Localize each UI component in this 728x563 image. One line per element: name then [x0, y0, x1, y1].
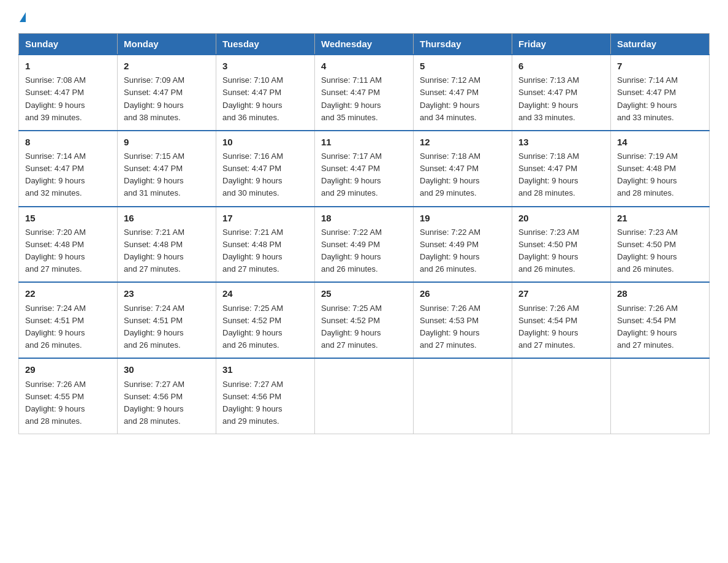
- day-daylight: Daylight: 9 hours: [518, 252, 578, 261]
- day-sunset: Sunset: 4:48 PM: [124, 240, 183, 249]
- day-sunset: Sunset: 4:47 PM: [420, 88, 479, 97]
- day-number: 31: [222, 362, 308, 377]
- day-sunrise: Sunrise: 7:10 AM: [222, 75, 283, 85]
- day-sunset: Sunset: 4:47 PM: [124, 164, 183, 173]
- day-number: 7: [617, 59, 703, 73]
- day-sunrise: Sunrise: 7:26 AM: [518, 304, 579, 313]
- day-number: 19: [420, 211, 506, 225]
- day-number: 29: [25, 362, 111, 377]
- day-daylight-minutes: and 29 minutes.: [420, 188, 477, 197]
- day-daylight: Daylight: 9 hours: [420, 328, 480, 337]
- day-sunrise: Sunrise: 7:23 AM: [518, 228, 579, 237]
- day-daylight-minutes: and 28 minutes.: [617, 188, 674, 197]
- day-daylight-minutes: and 36 minutes.: [222, 113, 279, 122]
- day-daylight: Daylight: 9 hours: [25, 101, 85, 110]
- day-sunset: Sunset: 4:52 PM: [321, 316, 380, 325]
- day-sunrise: Sunrise: 7:24 AM: [124, 304, 184, 313]
- calendar-cell: 16 Sunrise: 7:21 AM Sunset: 4:48 PM Dayl…: [118, 207, 216, 283]
- day-daylight-minutes: and 26 minutes.: [617, 264, 674, 274]
- day-of-week-header: Wednesday: [315, 34, 414, 55]
- day-daylight-minutes: and 33 minutes.: [518, 113, 575, 122]
- day-daylight-minutes: and 26 minutes.: [321, 264, 378, 274]
- day-sunrise: Sunrise: 7:17 AM: [321, 151, 382, 161]
- day-number: 10: [222, 135, 308, 149]
- calendar-cell: 1 Sunrise: 7:08 AM Sunset: 4:47 PM Dayli…: [19, 55, 118, 131]
- day-daylight: Daylight: 9 hours: [25, 328, 85, 337]
- day-daylight: Daylight: 9 hours: [124, 328, 184, 337]
- day-sunrise: Sunrise: 7:14 AM: [25, 151, 86, 161]
- header-row: SundayMondayTuesdayWednesdayThursdayFrid…: [19, 34, 710, 55]
- day-number: 27: [518, 286, 604, 301]
- day-number: 6: [518, 59, 604, 73]
- day-sunset: Sunset: 4:56 PM: [222, 392, 281, 401]
- calendar-cell: 23 Sunrise: 7:24 AM Sunset: 4:51 PM Dayl…: [118, 282, 216, 358]
- day-number: 24: [222, 286, 308, 301]
- day-daylight: Daylight: 9 hours: [617, 328, 677, 337]
- day-number: 28: [617, 286, 703, 301]
- calendar-cell: 27 Sunrise: 7:26 AM Sunset: 4:54 PM Dayl…: [512, 282, 611, 358]
- day-daylight-minutes: and 28 minutes.: [518, 188, 575, 197]
- day-daylight: Daylight: 9 hours: [124, 101, 184, 110]
- day-sunrise: Sunrise: 7:15 AM: [124, 151, 184, 161]
- calendar-cell: 11 Sunrise: 7:17 AM Sunset: 4:47 PM Dayl…: [315, 131, 414, 207]
- day-daylight-minutes: and 27 minutes.: [124, 264, 181, 274]
- calendar-cell: 21 Sunrise: 7:23 AM Sunset: 4:50 PM Dayl…: [611, 207, 710, 283]
- day-of-week-header: Thursday: [414, 34, 512, 55]
- day-daylight: Daylight: 9 hours: [222, 252, 282, 261]
- day-sunset: Sunset: 4:47 PM: [518, 88, 577, 97]
- day-sunrise: Sunrise: 7:27 AM: [222, 380, 283, 389]
- calendar-cell: 18 Sunrise: 7:22 AM Sunset: 4:49 PM Dayl…: [315, 207, 414, 283]
- calendar-cell: 19 Sunrise: 7:22 AM Sunset: 4:49 PM Dayl…: [414, 207, 512, 283]
- day-sunset: Sunset: 4:54 PM: [617, 316, 676, 325]
- day-daylight: Daylight: 9 hours: [222, 176, 282, 185]
- day-daylight: Daylight: 9 hours: [617, 176, 677, 185]
- calendar-cell: 15 Sunrise: 7:20 AM Sunset: 4:48 PM Dayl…: [19, 207, 118, 283]
- day-sunrise: Sunrise: 7:13 AM: [518, 75, 579, 85]
- calendar-cell: 14 Sunrise: 7:19 AM Sunset: 4:48 PM Dayl…: [611, 131, 710, 207]
- day-number: 14: [617, 135, 703, 149]
- day-daylight-minutes: and 34 minutes.: [420, 113, 477, 122]
- calendar-cell: [512, 358, 611, 434]
- day-sunrise: Sunrise: 7:19 AM: [617, 151, 678, 161]
- day-daylight: Daylight: 9 hours: [518, 328, 578, 337]
- calendar-cell: 31 Sunrise: 7:27 AM Sunset: 4:56 PM Dayl…: [216, 358, 315, 434]
- day-sunrise: Sunrise: 7:21 AM: [124, 228, 184, 237]
- day-number: 2: [124, 59, 210, 73]
- day-daylight-minutes: and 31 minutes.: [124, 188, 181, 197]
- day-daylight-minutes: and 28 minutes.: [124, 416, 181, 426]
- day-sunset: Sunset: 4:47 PM: [518, 164, 577, 173]
- day-number: 21: [617, 211, 703, 225]
- day-sunrise: Sunrise: 7:21 AM: [222, 228, 283, 237]
- day-daylight: Daylight: 9 hours: [617, 101, 677, 110]
- calendar-cell: 26 Sunrise: 7:26 AM Sunset: 4:53 PM Dayl…: [414, 282, 512, 358]
- day-sunset: Sunset: 4:47 PM: [617, 88, 676, 97]
- calendar-cell: 4 Sunrise: 7:11 AM Sunset: 4:47 PM Dayli…: [315, 55, 414, 131]
- day-sunrise: Sunrise: 7:26 AM: [420, 304, 480, 313]
- day-sunset: Sunset: 4:51 PM: [25, 316, 84, 325]
- day-daylight-minutes: and 26 minutes.: [222, 340, 279, 350]
- day-daylight-minutes: and 26 minutes.: [25, 340, 82, 350]
- day-daylight-minutes: and 26 minutes.: [518, 264, 575, 274]
- day-sunset: Sunset: 4:47 PM: [25, 88, 84, 97]
- logo-triangle-icon: [20, 12, 26, 22]
- day-of-week-header: Sunday: [19, 34, 118, 55]
- day-sunset: Sunset: 4:49 PM: [420, 240, 479, 249]
- day-number: 12: [420, 135, 506, 149]
- day-daylight: Daylight: 9 hours: [420, 176, 480, 185]
- day-sunrise: Sunrise: 7:22 AM: [321, 228, 382, 237]
- day-number: 18: [321, 211, 407, 225]
- day-daylight: Daylight: 9 hours: [25, 404, 85, 413]
- day-sunset: Sunset: 4:54 PM: [518, 316, 577, 325]
- calendar-cell: [414, 358, 512, 434]
- day-sunset: Sunset: 4:48 PM: [617, 164, 676, 173]
- day-daylight: Daylight: 9 hours: [124, 404, 184, 413]
- day-daylight-minutes: and 27 minutes.: [321, 340, 378, 350]
- calendar-cell: 12 Sunrise: 7:18 AM Sunset: 4:47 PM Dayl…: [414, 131, 512, 207]
- day-sunset: Sunset: 4:47 PM: [321, 88, 380, 97]
- day-daylight: Daylight: 9 hours: [617, 252, 677, 261]
- calendar-cell: 30 Sunrise: 7:27 AM Sunset: 4:56 PM Dayl…: [118, 358, 216, 434]
- day-number: 15: [25, 211, 111, 225]
- day-sunset: Sunset: 4:55 PM: [25, 392, 84, 401]
- day-daylight-minutes: and 30 minutes.: [222, 188, 279, 197]
- day-daylight-minutes: and 27 minutes.: [25, 264, 82, 274]
